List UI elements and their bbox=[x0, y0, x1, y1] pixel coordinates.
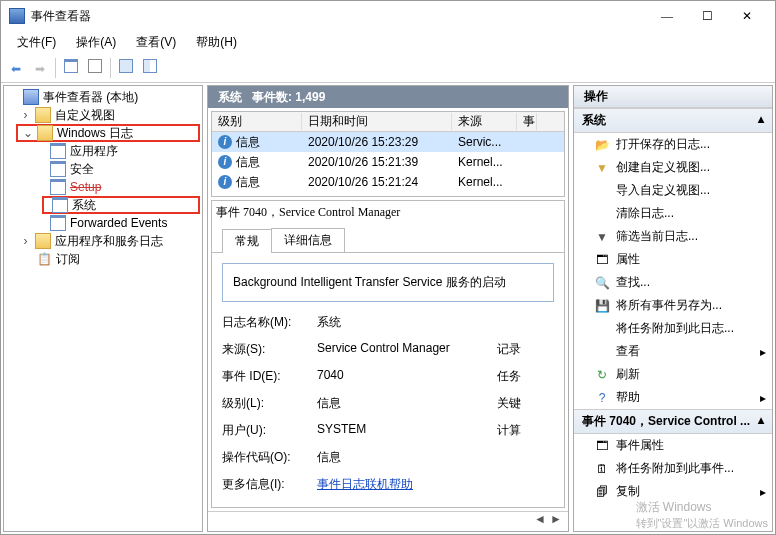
tab-general[interactable]: 常规 bbox=[222, 229, 272, 253]
grid-header: 级别 日期和时间 来源 事 bbox=[212, 112, 564, 132]
log-icon bbox=[50, 179, 66, 195]
import-icon bbox=[594, 183, 610, 199]
event-properties: 日志名称(M):系统 来源(S):Service Control Manager… bbox=[222, 314, 554, 493]
log-name: 系统 bbox=[218, 89, 242, 106]
chevron-right-icon: ▸ bbox=[760, 485, 766, 499]
action-event-properties[interactable]: 🗔事件属性 bbox=[574, 434, 772, 457]
forward-button[interactable]: ➡ bbox=[29, 57, 51, 79]
opcode-value: 信息 bbox=[317, 449, 497, 466]
logged-label: 记录 bbox=[497, 341, 537, 358]
action-attach-task-event[interactable]: 🗓将任务附加到此事件... bbox=[574, 457, 772, 480]
action-refresh[interactable]: ↻刷新 bbox=[574, 363, 772, 386]
toolbar-btn-4[interactable] bbox=[139, 57, 161, 79]
info-icon: i bbox=[218, 135, 232, 149]
action-open-saved-log[interactable]: 📂打开保存的日志... bbox=[574, 133, 772, 156]
menu-action[interactable]: 操作(A) bbox=[66, 31, 126, 53]
minimize-button[interactable]: — bbox=[647, 4, 687, 28]
user-value: SYSTEM bbox=[317, 422, 497, 439]
save-icon: 💾 bbox=[594, 298, 610, 314]
task-icon bbox=[594, 321, 610, 337]
clear-icon bbox=[594, 206, 610, 222]
copy-icon: 🗐 bbox=[594, 484, 610, 500]
menu-help[interactable]: 帮助(H) bbox=[186, 31, 247, 53]
tree-subscriptions[interactable]: 📋订阅 bbox=[6, 250, 200, 268]
action-filter-log[interactable]: ▼筛选当前日志... bbox=[574, 225, 772, 248]
user-label: 用户(U): bbox=[222, 422, 317, 439]
log-icon bbox=[50, 143, 66, 159]
back-button[interactable]: ⬅ bbox=[5, 57, 27, 79]
action-find[interactable]: 🔍查找... bbox=[574, 271, 772, 294]
tree-system-log[interactable]: 系统 bbox=[42, 196, 200, 214]
event-row[interactable]: i信息 2020/10/26 15:21:24Kernel... bbox=[212, 172, 564, 192]
computer-label: 计算 bbox=[497, 422, 537, 439]
actions-section-system[interactable]: 系统▴ bbox=[574, 108, 772, 133]
detail-title: 事件 7040，Service Control Manager bbox=[212, 201, 564, 224]
event-detail: 事件 7040，Service Control Manager 常规 详细信息 … bbox=[211, 200, 565, 508]
action-import-custom-view[interactable]: 导入自定义视图... bbox=[574, 179, 772, 202]
filter-icon: ▼ bbox=[594, 160, 610, 176]
open-icon: 📂 bbox=[594, 137, 610, 153]
moreinfo-label: 更多信息(I): bbox=[222, 476, 317, 493]
menu-file[interactable]: 文件(F) bbox=[7, 31, 66, 53]
moreinfo-link[interactable]: 事件日志联机帮助 bbox=[317, 476, 497, 493]
action-help[interactable]: ?帮助▸ bbox=[574, 386, 772, 409]
folder-icon bbox=[35, 107, 51, 123]
tree-app-service-logs[interactable]: ›应用程序和服务日志 bbox=[6, 232, 200, 250]
tree-root[interactable]: 事件查看器 (本地) bbox=[6, 88, 200, 106]
col-level[interactable]: 级别 bbox=[212, 113, 302, 130]
col-source[interactable]: 来源 bbox=[452, 113, 517, 130]
titlebar: 事件查看器 — ☐ ✕ bbox=[1, 1, 775, 31]
opcode-label: 操作代码(O): bbox=[222, 449, 317, 466]
help-icon: ? bbox=[594, 390, 610, 406]
folder-icon bbox=[35, 233, 51, 249]
action-create-custom-view[interactable]: ▼创建自定义视图... bbox=[574, 156, 772, 179]
level-label: 级别(L): bbox=[222, 395, 317, 412]
actions-header: 操作 bbox=[574, 86, 772, 108]
task-icon: 🗓 bbox=[594, 461, 610, 477]
logname-label: 日志名称(M): bbox=[222, 314, 317, 331]
toolbar-btn-2[interactable] bbox=[84, 57, 106, 79]
action-view-submenu[interactable]: 查看▸ bbox=[574, 340, 772, 363]
menubar: 文件(F) 操作(A) 查看(V) 帮助(H) bbox=[1, 31, 775, 53]
event-message: Background Intelligent Transfer Service … bbox=[222, 263, 554, 302]
actions-list: 系统▴ 📂打开保存的日志... ▼创建自定义视图... 导入自定义视图... 清… bbox=[574, 108, 772, 531]
col-more[interactable]: 事 bbox=[517, 113, 537, 130]
log-icon bbox=[52, 197, 68, 213]
toolbar-btn-1[interactable] bbox=[60, 57, 82, 79]
tree-setup-log[interactable]: Setup bbox=[6, 178, 200, 196]
source-value: Service Control Manager bbox=[317, 341, 497, 358]
info-icon: i bbox=[218, 155, 232, 169]
eventviewer-icon bbox=[23, 89, 39, 105]
col-date[interactable]: 日期和时间 bbox=[302, 113, 452, 130]
collapse-icon: ▴ bbox=[758, 413, 764, 430]
action-attach-task-log[interactable]: 将任务附加到此日志... bbox=[574, 317, 772, 340]
tree-windows-logs[interactable]: ⌄Windows 日志 bbox=[16, 124, 200, 142]
source-label: 来源(S): bbox=[222, 341, 317, 358]
close-button[interactable]: ✕ bbox=[727, 4, 767, 28]
folder-icon bbox=[37, 125, 53, 141]
center-header: 系统 事件数: 1,499 bbox=[208, 86, 568, 108]
action-properties[interactable]: 🗔属性 bbox=[574, 248, 772, 271]
windows-activation-watermark: 激活 Windows 转到"设置"以激活 Windows bbox=[636, 499, 769, 531]
tree-application-log[interactable]: 应用程序 bbox=[6, 142, 200, 160]
eventid-value: 7040 bbox=[317, 368, 497, 385]
action-save-all-events[interactable]: 💾将所有事件另存为... bbox=[574, 294, 772, 317]
center-scroll[interactable]: ◄► bbox=[208, 511, 568, 531]
tab-details[interactable]: 详细信息 bbox=[271, 228, 345, 252]
events-grid: 级别 日期和时间 来源 事 i信息 2020/10/26 15:23:29Ser… bbox=[211, 111, 565, 197]
actions-section-event[interactable]: 事件 7040，Service Control ...▴ bbox=[574, 409, 772, 434]
maximize-button[interactable]: ☐ bbox=[687, 4, 727, 28]
grid-body[interactable]: i信息 2020/10/26 15:23:29Servic... i信息 202… bbox=[212, 132, 564, 196]
tree-custom-views[interactable]: ›自定义视图 bbox=[6, 106, 200, 124]
tree-security-log[interactable]: 安全 bbox=[6, 160, 200, 178]
chevron-right-icon: ▸ bbox=[760, 345, 766, 359]
window-title: 事件查看器 bbox=[31, 8, 91, 25]
action-clear-log[interactable]: 清除日志... bbox=[574, 202, 772, 225]
event-row[interactable]: i信息 2020/10/26 15:23:29Servic... bbox=[212, 132, 564, 152]
toolbar-btn-3[interactable] bbox=[115, 57, 137, 79]
menu-view[interactable]: 查看(V) bbox=[126, 31, 186, 53]
tree-forwarded-events[interactable]: Forwarded Events bbox=[6, 214, 200, 232]
keywords-label: 关键 bbox=[497, 395, 537, 412]
event-row[interactable]: i信息 2020/10/26 15:21:39Kernel... bbox=[212, 152, 564, 172]
toolbar: ⬅ ➡ bbox=[1, 53, 775, 83]
